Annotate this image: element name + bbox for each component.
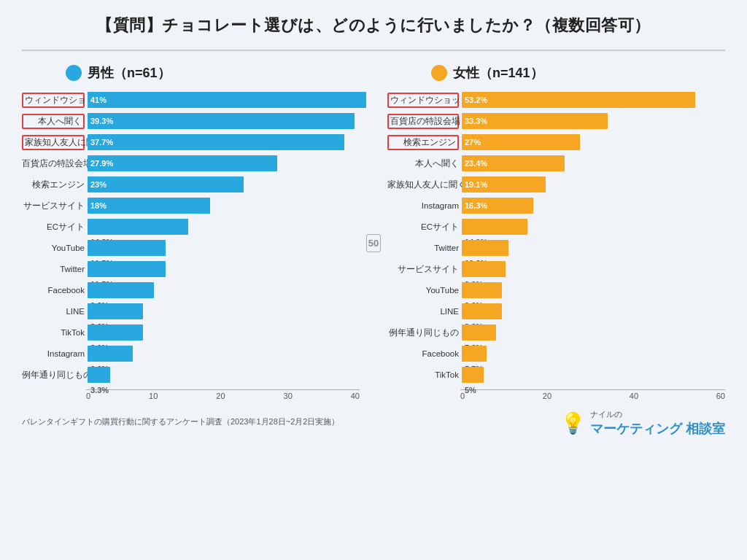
bar-fill — [462, 324, 496, 341]
bar-row: ECサイト14.8% — [22, 217, 360, 236]
bar-value: 37.7% — [88, 138, 113, 147]
bar-label: ウィンドウショッピング — [22, 93, 85, 108]
bar-row: 百貨店の特設会場27.9% — [22, 154, 360, 173]
bar-label: 例年通り同じもの — [22, 370, 85, 381]
female-chart-section: 女性（n=141） ウィンドウショッピング53.2%百貨店の特設会場33.3%検… — [387, 64, 725, 400]
bar-track: 16.3% — [462, 198, 725, 214]
bar-value: 5% — [462, 386, 476, 394]
bar-fill — [462, 219, 527, 235]
bar-fill: 53.2% — [462, 92, 695, 108]
bar-fill — [88, 303, 143, 319]
bar-track: 9.9% — [462, 261, 725, 277]
bar-fill: 39.3% — [88, 113, 355, 129]
bar-row: サービスサイト18% — [22, 196, 360, 215]
bar-label: TikTok — [387, 370, 459, 379]
bar-row: 本人へ聞く23.4% — [387, 154, 725, 173]
bar-track: 23.4% — [462, 155, 725, 171]
bar-fill — [462, 346, 487, 362]
bar-label: サービスサイト — [22, 201, 85, 211]
bar-label: LINE — [387, 307, 459, 316]
male-legend-dot — [66, 65, 82, 81]
bar-fill: 27.9% — [88, 155, 277, 171]
female-legend-dot — [431, 65, 447, 81]
logo-icon: 💡 — [560, 411, 586, 435]
bar-track: 8.2% — [88, 324, 360, 341]
bar-track: 41% — [88, 92, 360, 108]
bar-fill — [88, 219, 188, 235]
bar-row: YouTube9.2% — [387, 281, 725, 300]
bar-row: YouTube11.5% — [22, 238, 360, 257]
male-legend-text: 男性（n=61） — [88, 64, 171, 82]
male-bar-chart: ウィンドウショッピング41%本人へ聞く39.3%家族知人友人に聞く37.7%百貨… — [22, 90, 360, 384]
bar-track: 11.5% — [88, 261, 360, 277]
bar-row: 例年通り同じもの3.3% — [22, 365, 360, 384]
bar-value: 23.4% — [462, 159, 487, 168]
bar-label: 百貨店の特設会場 — [387, 114, 459, 129]
bar-row: Twitter10.6% — [387, 238, 725, 257]
bar-fill: 23% — [88, 176, 244, 192]
bar-label: 家族知人友人に聞く — [22, 135, 85, 150]
bar-value: 3.3% — [88, 386, 109, 394]
bar-fill: 37.7% — [88, 134, 344, 150]
bar-track: 39.3% — [88, 113, 360, 129]
bar-fill — [462, 367, 484, 383]
bar-track: 9.8% — [88, 282, 360, 298]
bar-track: 23% — [88, 176, 360, 192]
logo-prefix: ナイルの — [590, 409, 725, 420]
bar-track: 19.1% — [462, 176, 725, 192]
bar-label: サービスサイト — [387, 264, 459, 275]
male-chart-section: 男性（n=61） ウィンドウショッピング41%本人へ聞く39.3%家族知人友人に… — [22, 64, 360, 400]
bar-track: 3.3% — [88, 367, 360, 383]
bar-label: YouTube — [387, 286, 459, 295]
bar-label: 例年通り同じもの — [387, 327, 459, 338]
bar-row: ウィンドウショッピング41% — [22, 90, 360, 109]
bar-track: 8.2% — [88, 303, 360, 319]
bar-track: 10.6% — [462, 240, 725, 256]
bar-value: 27.9% — [88, 159, 113, 168]
bar-value: 18% — [88, 201, 107, 210]
bar-row: 家族知人友人に聞く19.1% — [387, 175, 725, 194]
bar-row: LINE8.2% — [22, 302, 360, 321]
bar-label: 百貨店の特設会場 — [22, 158, 85, 169]
bar-row: 本人へ聞く39.3% — [22, 112, 360, 131]
bar-track: 37.7% — [88, 134, 360, 150]
bar-label: Twitter — [387, 244, 459, 252]
page-title: 【質問】チョコレート選びは、どのように行いましたか？（複数回答可） — [96, 15, 651, 36]
bar-fill: 16.3% — [462, 198, 533, 214]
bar-fill: 33.3% — [462, 113, 608, 129]
female-bar-chart: ウィンドウショッピング53.2%百貨店の特設会場33.3%検索エンジン27%本人… — [387, 90, 725, 384]
bar-fill — [88, 346, 133, 362]
bar-fill — [462, 303, 502, 319]
female-legend: 女性（n=141） — [387, 64, 725, 82]
bar-row: Facebook5.7% — [387, 344, 725, 363]
bar-fill: 27% — [462, 134, 580, 150]
bar-row: ウィンドウショッピング53.2% — [387, 90, 725, 109]
bar-label: 検索エンジン — [22, 179, 85, 190]
bar-value: 23% — [88, 180, 107, 189]
logo-area: 💡 ナイルの マーケティング 相談室 — [560, 409, 725, 438]
bar-track: 9.2% — [462, 282, 725, 298]
bar-value: 41% — [88, 96, 107, 104]
bar-value: 19.1% — [462, 180, 487, 189]
bar-row: Instagram6.6% — [22, 344, 360, 363]
bar-label: 家族知人友人に聞く — [387, 179, 459, 190]
bar-label: 本人へ聞く — [387, 158, 459, 169]
footer-source: バレンタインギフトの購買行動に関するアンケート調査（2023年1月28日~2月2… — [22, 416, 339, 427]
bar-track: 53.2% — [462, 92, 725, 108]
bar-fill: 18% — [88, 198, 210, 214]
bar-fill — [88, 282, 154, 298]
bar-fill: 23.4% — [462, 155, 565, 171]
bar-fill — [462, 261, 506, 277]
female-legend-text: 女性（n=141） — [453, 64, 543, 82]
bar-track: 7.8% — [462, 324, 725, 341]
bar-label: ECサイト — [22, 222, 85, 233]
bar-label: 本人へ聞く — [22, 114, 85, 129]
bar-label: YouTube — [22, 244, 85, 252]
bar-label: ウィンドウショッピング — [387, 93, 459, 108]
bar-fill — [462, 240, 508, 256]
bar-value: 16.3% — [462, 201, 487, 210]
bar-track: 9.2% — [462, 303, 725, 319]
bar-track: 5% — [462, 367, 725, 383]
bar-track: 33.3% — [462, 113, 725, 129]
logo-main: マーケティング 相談室 — [590, 420, 725, 438]
